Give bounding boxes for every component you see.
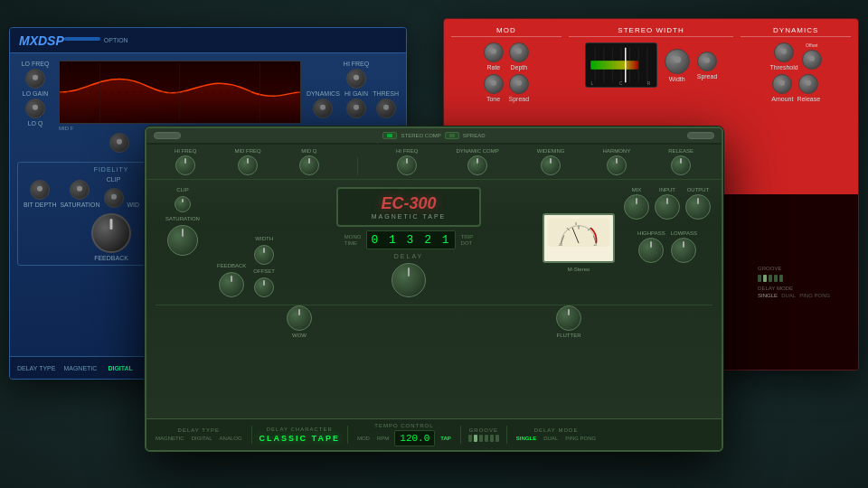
g-pip-1 xyxy=(468,435,472,442)
harmony-knob-g[interactable] xyxy=(607,155,627,175)
svg-text:R: R xyxy=(647,81,651,86)
mix-group-g: MIX xyxy=(624,187,649,220)
clip-knob-g[interactable] xyxy=(175,196,191,212)
pingpong-option-red[interactable]: PING PONG xyxy=(799,293,830,298)
offset-knob-g[interactable] xyxy=(254,277,274,297)
mix-knob-g[interactable] xyxy=(624,194,649,220)
input-knob-g[interactable] xyxy=(655,194,680,220)
bit-depth-knob[interactable] xyxy=(30,180,50,200)
digital-g[interactable]: DIGITAL xyxy=(190,435,214,442)
footer-div-2 xyxy=(347,426,348,444)
highpass-knob-g[interactable] xyxy=(638,238,664,263)
center-display-g: EC-300 MAGNETIC TAPE MONO TIME 0 1 3 2 1… xyxy=(282,187,535,297)
dynamics-knob[interactable] xyxy=(313,99,333,118)
hi-freq-knob[interactable] xyxy=(346,69,366,89)
plugin-green-ec300-tape: STEREO COMP SPREAD HI FREQ MID FREQ MID … xyxy=(145,127,723,452)
blue-option-label: OPTION xyxy=(104,37,128,43)
mod-spread-knob[interactable] xyxy=(509,74,529,94)
stereo-width-section: STEREO WIDTH xyxy=(569,26,734,88)
mod-tone-group: Tone xyxy=(484,74,504,102)
footer-div-3 xyxy=(460,426,461,444)
magnetic-option[interactable]: MAGNETIC xyxy=(61,364,99,372)
lowpass-knob-g[interactable] xyxy=(671,238,696,263)
saturation-knob-blue[interactable] xyxy=(70,180,90,200)
lowpass-group-g: LOWPASS xyxy=(671,230,697,263)
classic-tape-text: CLASSIC TAPE xyxy=(259,434,340,443)
hifreq-knob-g[interactable] xyxy=(175,155,195,175)
vu-scale: -20 0 +3 xyxy=(548,219,609,247)
dynamics-section-red: DYNAMICS Threshold Offset Amount xyxy=(741,26,851,102)
delay-char-section-g: DELAY CHARACTER CLASSIC TAPE xyxy=(259,427,340,443)
delay-time-knob[interactable] xyxy=(392,263,426,297)
amount-knob-red[interactable] xyxy=(772,74,792,94)
tap-g[interactable]: TAP xyxy=(439,435,453,442)
single-option-red[interactable]: SINGLE xyxy=(758,293,778,298)
delay-label-g: DELAY xyxy=(394,253,423,259)
width-knob-g[interactable] xyxy=(254,245,274,265)
pingpong-g[interactable]: PING PONG xyxy=(563,435,598,442)
delay-type-options-g: MAGNETIC DIGITAL ANALOG xyxy=(154,435,244,442)
spread-knob-red[interactable] xyxy=(697,52,717,71)
green-footer: DELAY TYPE MAGNETIC DIGITAL ANALOG DELAY… xyxy=(146,418,722,450)
groove-label-g: GROOVE xyxy=(469,427,498,433)
clip-knob-blue[interactable] xyxy=(104,188,124,208)
red-right-controls: GROOVE DELAY MODE SINGLE DUAL PING PONG xyxy=(758,266,830,298)
blue-header: MXDSP OPTION xyxy=(10,28,406,53)
midfreq-knob-g[interactable] xyxy=(238,155,258,175)
tape-machine-top: STEREO COMP SPREAD xyxy=(146,128,722,145)
groove-section-g: GROOVE xyxy=(468,427,499,442)
midq-knob-g[interactable] xyxy=(299,155,319,175)
offset-knob-red[interactable] xyxy=(802,50,822,70)
svg-text:+3: +3 xyxy=(593,243,597,247)
hi-gain-knob[interactable] xyxy=(346,99,366,118)
saturation-knob-g[interactable] xyxy=(167,225,198,256)
wow-knob-g[interactable] xyxy=(287,305,312,331)
release-knob-g[interactable] xyxy=(671,155,691,175)
widening-group-g: WIDENING xyxy=(537,148,565,175)
mod-depth-knob[interactable] xyxy=(509,42,529,62)
dual-option-red[interactable]: DUAL xyxy=(781,293,796,298)
lo-freq-knob[interactable] xyxy=(25,69,45,89)
hi-freq-group: HI FREQ HI GAIN xyxy=(344,61,369,118)
mod-rate-knob[interactable] xyxy=(484,42,504,62)
feedback-knob-g[interactable] xyxy=(219,272,244,297)
flutter-group-g: FLUTTER xyxy=(556,305,581,338)
output-knob-g[interactable] xyxy=(685,194,711,220)
delay-type-label-g: DELAY TYPE xyxy=(178,427,220,433)
widening-knob-g[interactable] xyxy=(541,155,561,175)
thresh-knob[interactable] xyxy=(376,99,396,118)
dynamics-title-red: DYNAMICS xyxy=(741,26,851,37)
dyncomp-knob-g[interactable] xyxy=(467,155,487,175)
power-led[interactable] xyxy=(382,132,397,139)
dual-g[interactable]: DUAL xyxy=(542,435,560,442)
midfreq-group-g: MID FREQ xyxy=(234,148,260,175)
mod-tone-knob[interactable] xyxy=(484,74,504,94)
feedback-knob-blue[interactable] xyxy=(91,213,131,253)
eq-display xyxy=(59,61,301,124)
hifreq2-knob-g[interactable] xyxy=(397,155,417,175)
magnetic-g[interactable]: MAGNETIC xyxy=(154,435,186,442)
mod-g[interactable]: MOD xyxy=(355,435,372,442)
width-knob-red[interactable] xyxy=(665,49,690,74)
mid-f-knob[interactable] xyxy=(109,133,129,153)
spread-knob-group-red: Spread xyxy=(697,52,718,80)
tempo-section-g: TEMPO CONTROL MOD RPM 120.0 TAP xyxy=(355,423,453,446)
vu-section-g: -20 0 +3 M-Stereo xyxy=(542,187,615,297)
rpm-g[interactable]: RPM xyxy=(375,435,391,442)
g-pip-6 xyxy=(495,435,499,442)
threshold-knob-red[interactable] xyxy=(774,42,794,62)
groove-pip-3 xyxy=(769,275,772,282)
lo-gain-knob[interactable] xyxy=(25,99,45,118)
analog-g[interactable]: ANALOG xyxy=(218,435,244,442)
delay-mode-label-g: DELAY MODE xyxy=(534,427,579,433)
tape-handle-left xyxy=(154,132,181,139)
release-knob-red[interactable] xyxy=(798,74,818,94)
dynamics-group: DYNAMICS xyxy=(307,90,340,118)
delay-char-label-g: DELAY CHARACTER xyxy=(267,427,333,432)
flutter-knob-g[interactable] xyxy=(556,305,581,331)
vu-meter-label-g: M-Stereo xyxy=(568,267,590,272)
dot-label: DOT xyxy=(461,240,474,246)
digital-option[interactable]: DIGITAL xyxy=(105,364,135,372)
stereo-led[interactable] xyxy=(445,132,459,139)
single-g[interactable]: SINGLE xyxy=(514,435,538,442)
